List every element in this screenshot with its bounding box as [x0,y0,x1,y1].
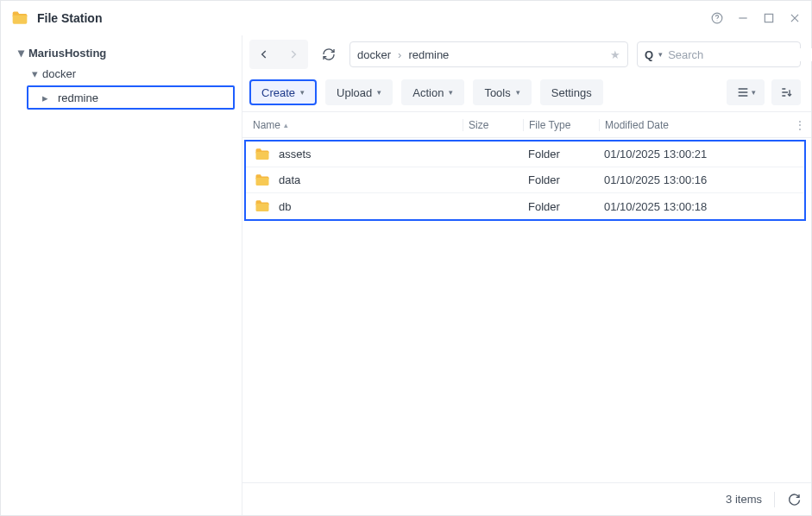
app-folder-icon [11,9,28,27]
maximize-icon[interactable] [763,12,775,24]
chevron-down-icon[interactable]: ▾ [13,46,28,60]
search-input[interactable] [668,48,812,61]
column-header-type[interactable]: File Type [523,119,599,131]
minimize-icon[interactable] [737,12,749,24]
tree-item-label: redmine [58,91,98,104]
status-bar: 3 items [242,482,811,515]
chevron-right-icon: › [398,48,401,61]
tools-button[interactable]: Tools▾ [473,79,531,105]
settings-button[interactable]: Settings [540,79,603,105]
close-icon[interactable] [789,12,801,24]
chevron-down-icon[interactable]: ▾ [658,50,663,59]
help-icon[interactable] [711,12,723,24]
navigation-bar: docker › redmine ★ Q▾ [242,35,811,73]
action-button[interactable]: Action▾ [401,79,464,105]
columns-menu-icon[interactable]: ⋮ [789,119,811,131]
file-type: Folder [523,200,599,213]
file-type: Folder [523,173,599,186]
tree-root-label: MariusHosting [28,47,106,60]
favorite-star-icon[interactable]: ★ [610,48,620,61]
folder-icon [255,198,270,214]
reload-icon[interactable] [787,493,801,507]
view-list-button[interactable]: ▾ [727,79,765,105]
main-panel: docker › redmine ★ Q▾ Create▾ Upload▾ Ac… [242,35,811,515]
tree-item-redmine[interactable]: ▸ redmine [27,85,235,110]
svg-rect-3 [765,14,772,22]
tree-item-docker[interactable]: ▾ docker [1,63,242,84]
forward-button [281,42,305,66]
file-name: db [279,200,291,213]
table-row[interactable]: db Folder 01/10/2025 13:00:18 [246,193,804,219]
upload-button[interactable]: Upload▾ [325,79,393,105]
table-row[interactable]: assets Folder 01/10/2025 13:00:21 [246,142,804,167]
tree-root[interactable]: ▾ MariusHosting [1,42,242,63]
column-header-modified[interactable]: Modified Date [599,119,789,131]
window-controls [711,12,801,24]
chevron-right-icon[interactable]: ▸ [42,91,56,104]
action-toolbar: Create▾ Upload▾ Action▾ Tools▾ Settings … [242,73,811,111]
chevron-down-icon: ▾ [377,88,381,97]
chevron-down-icon: ▾ [300,88,305,97]
breadcrumb-part[interactable]: docker [357,48,391,61]
nav-buttons [249,40,308,69]
breadcrumb-part[interactable]: redmine [408,48,449,61]
divider [774,492,775,507]
file-name: data [279,173,300,186]
item-count: 3 items [726,493,762,506]
create-button[interactable]: Create▾ [249,79,317,105]
table-row[interactable]: data Folder 01/10/2025 13:00:16 [246,167,804,193]
file-table: Name▴ Size File Type Modified Date ⋮ ass… [242,111,811,482]
sort-asc-icon: ▴ [284,121,288,129]
table-header: Name▴ Size File Type Modified Date ⋮ [242,112,811,138]
app-title: File Station [37,11,102,25]
svg-rect-2 [739,17,746,18]
file-modified: 01/10/2025 13:00:16 [599,173,804,186]
search-box[interactable]: Q▾ [637,41,801,67]
folder-icon [255,147,270,162]
sort-button[interactable] [771,79,801,105]
chevron-down-icon: ▾ [516,88,520,97]
file-list-highlight: assets Folder 01/10/2025 13:00:21 data F… [244,140,806,221]
refresh-button[interactable] [317,42,341,66]
breadcrumb[interactable]: docker › redmine ★ [349,41,628,67]
titlebar: File Station [1,1,811,35]
file-name: assets [279,148,312,160]
chevron-down-icon: ▾ [752,88,756,97]
column-header-name[interactable]: Name▴ [242,119,463,131]
search-icon: Q [645,48,653,61]
file-station-window: File Station ▾ MariusHosting ▾ docker ▸ … [0,0,812,516]
chevron-down-icon: ▾ [449,88,453,97]
folder-icon [255,173,270,188]
chevron-down-icon[interactable]: ▾ [27,67,42,80]
file-modified: 01/10/2025 13:00:21 [599,148,804,160]
back-button[interactable] [252,42,276,66]
file-type: Folder [523,148,599,160]
svg-point-1 [717,20,718,21]
column-header-size[interactable]: Size [463,119,523,131]
tree-item-label: docker [42,67,76,80]
file-modified: 01/10/2025 13:00:18 [599,200,804,213]
sidebar-tree: ▾ MariusHosting ▾ docker ▸ redmine [1,35,242,515]
